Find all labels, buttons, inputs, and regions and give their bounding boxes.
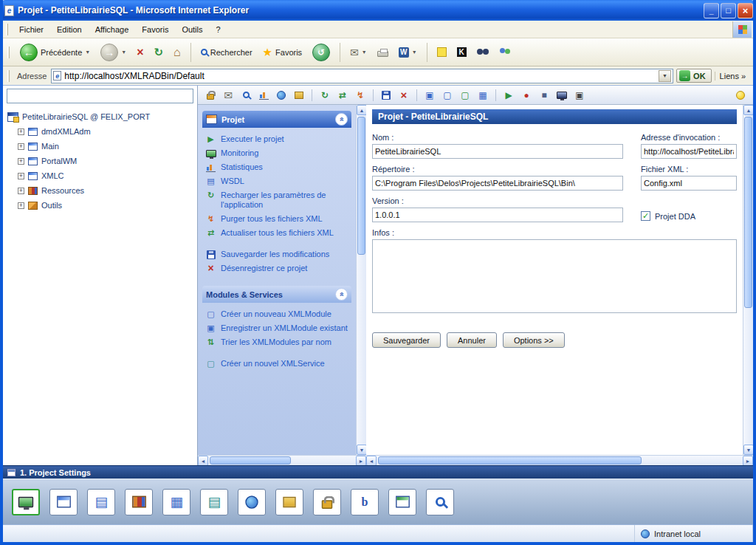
options-button[interactable]: Options >> [503,332,565,348]
expand-icon[interactable]: + [18,143,24,150]
back-button[interactable]: ← Précédente ▼ [16,41,94,64]
stop-button[interactable]: × [132,44,148,61]
task-monitoring[interactable]: Monitoring [205,146,350,160]
modules-section-header[interactable]: Modules & Services » [202,286,351,303]
projet-dda-checkbox[interactable]: ✓ [641,211,650,221]
scroll-thumb[interactable] [744,117,752,308]
task-pane-hscrollbar[interactable]: ◄ ► [198,455,366,465]
step-deploy-button[interactable] [388,489,416,515]
forward-button[interactable]: → ▼ [96,41,131,64]
task-statistiques[interactable]: Statistiques [205,160,350,174]
scroll-thumb[interactable] [210,456,291,465]
lock-button[interactable] [204,89,217,102]
links-button[interactable]: Liens » [715,72,750,80]
history-button[interactable]: ↺ [308,41,334,64]
window-run-button[interactable]: ▢ [458,89,472,102]
stats-tool-button[interactable] [257,89,270,102]
window-forward-button[interactable]: ▣ [423,89,436,102]
window-button[interactable]: ▢ [441,89,454,102]
task-pane-scrollbar[interactable]: ▲ ▼ [356,105,366,455]
menu-fichier[interactable]: Fichier [13,23,50,36]
expand-icon[interactable]: + [18,188,24,194]
tree-filter-input[interactable] [7,89,193,103]
console-button[interactable] [555,89,568,102]
pause-button[interactable]: ■ [537,89,551,102]
notes-button[interactable] [433,45,451,59]
step-search-button[interactable] [426,489,454,515]
fichier-xml-input[interactable] [641,176,737,191]
play-button[interactable]: ▶ [502,89,515,102]
expand-icon[interactable]: + [18,128,24,135]
repertoire-input[interactable] [372,176,623,191]
step-document-button[interactable]: ▤ [87,489,115,515]
task-enregistrer-xmlmodule[interactable]: ▣ Enregistrer un XMLModule existant [205,321,350,335]
task-recharger[interactable]: ↻ Recharger les paramètres de l'applicat… [205,188,350,212]
record-button[interactable]: ● [520,89,533,102]
nom-input[interactable] [372,144,623,159]
edit-word-button[interactable]: W ▼ [394,45,422,60]
address-input[interactable] [64,70,656,82]
task-sauvegarder[interactable]: Sauvegarder les modifications [205,247,350,261]
delete-tool-button[interactable]: × [397,89,410,102]
tree-root[interactable]: PetiteLibrairieSQL @ FELIX_PORT [4,109,196,124]
step-pages-button[interactable]: ▤ [200,489,228,515]
messenger-button[interactable] [495,45,515,59]
tree-item-outils[interactable]: + Outils [4,198,196,213]
close-button[interactable]: × [738,3,753,18]
search-tool-button[interactable] [239,89,252,102]
go-button[interactable]: → OK [676,69,712,83]
task-actualiser[interactable]: ⇄ Actualiser tous les fichiers XML [205,226,350,240]
minimize-button[interactable]: _ [704,3,719,18]
scroll-down-button[interactable]: ▼ [743,445,754,455]
refresh-tool-button[interactable]: ↻ [318,89,331,102]
task-trier-xmlmodules[interactable]: ⇅ Trier les XMLModules par nom [205,335,350,349]
step-binder-button[interactable]: b [351,489,379,515]
expand-icon[interactable]: + [18,202,24,209]
form-panel-scrollbar[interactable]: ▲ ▼ [743,105,753,455]
task-purger[interactable]: ↯ Purger tous les fichiers XML [205,212,350,226]
mail-tool-button[interactable]: ✉ [221,89,235,102]
expand-icon[interactable]: + [18,173,24,179]
step-forms-button[interactable]: ▦ [162,489,190,515]
scroll-left-button[interactable]: ◄ [198,456,208,466]
home-button[interactable]: ⌂ [169,44,185,61]
grid-button[interactable]: ▦ [476,89,489,102]
scroll-thumb[interactable] [357,117,365,255]
tree-item-dmdxmladm[interactable]: + dmdXMLAdm [4,124,196,139]
menu-edition[interactable]: Edition [50,23,89,36]
scroll-up-button[interactable]: ▲ [743,105,754,115]
menu-favoris[interactable]: Favoris [135,23,175,36]
refresh-button[interactable]: ↻ [149,44,168,61]
version-input[interactable] [372,208,623,222]
collapse-chevron-icon[interactable]: » [335,113,348,126]
hint-button[interactable] [734,89,747,102]
scroll-thumb[interactable] [378,456,642,465]
task-wsdl[interactable]: ▤ WSDL [205,174,350,188]
step-package-button[interactable] [275,489,303,515]
task-creer-xmlmodule[interactable]: ▢ Créer un nouveau XMLModule [205,307,350,321]
adresse-invocation-input[interactable] [641,144,737,159]
task-executer[interactable]: ▶ Executer le projet [205,132,350,146]
sync-tool-button[interactable]: ⇄ [336,89,349,102]
print-button[interactable] [373,45,393,59]
collapse-chevron-icon[interactable]: » [335,288,348,301]
step-project-settings-button[interactable] [12,489,40,515]
maximize-button[interactable]: □ [721,3,736,18]
step-services-button[interactable] [238,489,266,515]
scroll-right-button[interactable]: ► [743,456,753,466]
menu-outils[interactable]: Outils [175,23,209,36]
package-tool-button[interactable] [292,89,306,102]
research-button[interactable] [472,47,493,58]
export-button[interactable]: ▣ [573,89,586,102]
form-panel-hscrollbar[interactable]: ◄ ► [366,455,753,465]
scroll-right-button[interactable]: ► [356,456,366,466]
task-desenregistrer[interactable]: × Désenregistrer ce projet [205,261,350,275]
k-tool-button[interactable]: K [453,45,471,59]
menu-aide[interactable]: ? [210,23,227,36]
purge-tool-button[interactable]: ↯ [354,89,367,102]
tree-item-ressources[interactable]: + Ressources [4,183,196,198]
project-section-header[interactable]: Projet » [202,111,351,128]
tree-item-main[interactable]: + Main [4,139,196,154]
step-security-button[interactable] [313,489,341,515]
sauvegarder-button[interactable]: Sauvegarder [372,332,441,348]
